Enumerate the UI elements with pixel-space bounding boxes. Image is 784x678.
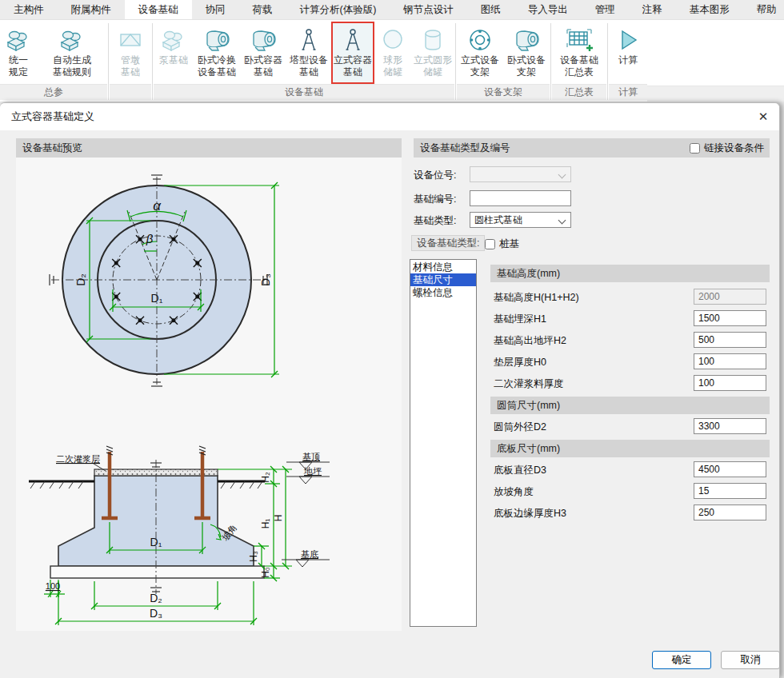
- edge-thickness-input[interactable]: [694, 505, 766, 520]
- button-label: 基础: [121, 66, 140, 78]
- tab-help[interactable]: 帮助: [743, 0, 784, 19]
- param-label: 放坡角度: [494, 485, 534, 499]
- type-section-title: 设备基础类型及编号: [420, 142, 510, 154]
- horizontal-cylinder-icon: [512, 26, 541, 54]
- baseplate-diameter-input[interactable]: [694, 461, 766, 477]
- button-label: 支架: [470, 66, 490, 78]
- chevron-down-icon: [559, 217, 566, 223]
- ribbon-group-equipment-support: 立式设备支架 卧式设备支架 设备支架: [457, 20, 550, 102]
- section-100-label: 100: [46, 581, 60, 591]
- section-h1-label: H₁: [260, 519, 271, 529]
- device-tag-select[interactable]: [470, 166, 571, 182]
- tower-equipment-foundation-button[interactable]: 塔型设备基础: [286, 22, 331, 84]
- group-label-summary: 汇总表: [552, 84, 606, 100]
- height-params-header: 基础高度(mm): [490, 265, 770, 282]
- ribbon-separator: [108, 23, 109, 100]
- button-label: 基础规则: [53, 66, 91, 78]
- sphere-icon: [380, 26, 406, 54]
- tab-attached-member[interactable]: 附属构件: [58, 0, 125, 19]
- button-label: 球形: [383, 54, 402, 66]
- base-type-chip: 设备基础类型:: [411, 235, 485, 251]
- button-label: 立式容器: [334, 54, 372, 66]
- link-device-condition-checkbox[interactable]: 链接设备条件: [690, 142, 764, 155]
- list-item-bolt-info[interactable]: 螺栓信息: [410, 286, 476, 299]
- cancel-button[interactable]: 取消: [721, 651, 780, 669]
- foundation-type-value: 圆柱式基础: [474, 213, 522, 227]
- plan-d3-label: D₃: [259, 273, 272, 286]
- blocks-3d-icon: [58, 26, 86, 54]
- horizontal-heat-exchanger-foundation-button[interactable]: 卧式冷换设备基础: [194, 22, 240, 84]
- group-label-equipment-foundation: 设备基础: [154, 84, 454, 100]
- pile-foundation-label: 桩基: [499, 237, 519, 251]
- tab-basic-shapes[interactable]: 基本图形: [676, 0, 743, 19]
- calculate-button[interactable]: 计算: [609, 22, 647, 84]
- vertical-round-tank-button: 立式圆形储罐: [411, 22, 454, 84]
- grout-thickness-input[interactable]: [694, 375, 766, 391]
- tab-steel-joint[interactable]: 钢节点设计: [390, 0, 467, 19]
- foundation-summary-table-button[interactable]: 设备基础汇总表: [552, 22, 606, 84]
- pile-foundation-checkbox[interactable]: 桩基: [485, 237, 519, 251]
- button-label: 卧式设备: [507, 54, 546, 66]
- list-item-foundation-size[interactable]: 基础尺寸: [410, 273, 476, 286]
- param-label: 底板边缘厚度H3: [494, 507, 566, 520]
- list-item-material-info[interactable]: 材料信息: [410, 261, 476, 273]
- horizontal-cylinder-icon: [202, 26, 231, 54]
- height-above-grade-input[interactable]: [694, 332, 766, 348]
- dialog-title-bar: 立式容器基础定义 ✕: [0, 103, 779, 130]
- foundation-type-select[interactable]: 圆柱式基础: [470, 212, 571, 228]
- pier-foundation-icon: [117, 26, 144, 54]
- button-label: 规定: [9, 66, 28, 78]
- spherical-tank-button: 球形储罐: [374, 22, 411, 84]
- ok-button[interactable]: 确定: [652, 651, 711, 669]
- tab-annotation[interactable]: 注释: [629, 0, 676, 19]
- button-label: 卧式容器: [244, 54, 282, 66]
- unified-rules-button[interactable]: 统一规定: [0, 22, 37, 84]
- ribbon-group-calculate: 计算 计算: [609, 20, 647, 102]
- horizontal-cylinder-icon: [249, 26, 278, 54]
- button-label: 立式设备: [461, 54, 499, 66]
- plan-d2-label: D₂: [74, 273, 87, 286]
- grout-layer-label: 二次灌浆层: [56, 454, 100, 464]
- vertical-vessel-foundation-button[interactable]: 立式容器基础: [331, 22, 374, 84]
- plan-d1-label: D₁: [151, 292, 163, 305]
- foundation-number-input[interactable]: [470, 190, 571, 206]
- ribbon-separator: [455, 23, 456, 100]
- tab-equipment-foundation[interactable]: 设备基础: [125, 0, 192, 19]
- link-device-condition-box[interactable]: [690, 143, 700, 154]
- vertical-cylinder-icon: [420, 26, 446, 54]
- dialog-body: 设备基础预览: [0, 130, 779, 678]
- tab-collaboration[interactable]: 协同: [192, 0, 239, 19]
- slope-angle-input[interactable]: [694, 483, 766, 499]
- horizontal-vessel-foundation-button[interactable]: 卧式容器基础: [240, 22, 286, 84]
- horizontal-equipment-support-button[interactable]: 卧式设备支架: [503, 22, 550, 84]
- ribbon-group-summary: 设备基础汇总表 汇总表: [552, 20, 606, 102]
- preview-section-header: 设备基础预览: [16, 138, 402, 158]
- menu-bar: 主构件 附属构件 设备基础 协同 荷载 计算分析(体验版) 钢节点设计 图纸 导…: [0, 0, 784, 20]
- group-label-calculate: 计算: [609, 84, 647, 100]
- tab-manage[interactable]: 管理: [582, 0, 629, 19]
- button-label: 设备基础: [560, 54, 598, 66]
- section-view-drawing: 二次灌浆层 坡角: [16, 444, 402, 640]
- ribbon-group-general: 统一规定 自动生成基础规则 总参: [0, 20, 107, 102]
- section-h0-label: H₀: [260, 567, 271, 578]
- param-label: 基础高度H(H1+H2): [494, 291, 579, 305]
- pile-foundation-box[interactable]: [485, 239, 495, 249]
- param-label: 底板直径D3: [494, 464, 546, 477]
- group-label-general: 总参: [0, 84, 107, 100]
- auto-generate-rules-button[interactable]: 自动生成基础规则: [37, 22, 107, 84]
- close-icon[interactable]: ✕: [747, 103, 779, 130]
- bedding-thickness-input[interactable]: [694, 353, 766, 369]
- tab-drawings[interactable]: 图纸: [467, 0, 514, 19]
- vertical-equipment-support-button[interactable]: 立式设备支架: [457, 22, 503, 84]
- param-label: 基础高出地坪H2: [494, 334, 566, 348]
- cylinder-outer-diameter-input[interactable]: [694, 418, 766, 434]
- button-label: 管墩: [121, 54, 140, 66]
- tab-load[interactable]: 荷载: [239, 0, 286, 19]
- button-label: 塔型设备: [290, 54, 328, 66]
- tab-import-export[interactable]: 导入导出: [514, 0, 582, 19]
- button-label: 卧式冷换: [198, 54, 236, 66]
- tab-main-member[interactable]: 主构件: [0, 0, 58, 19]
- section-d3-label: D₃: [150, 607, 162, 620]
- burial-depth-input[interactable]: [694, 310, 766, 326]
- tab-calc-analysis[interactable]: 计算分析(体验版): [286, 0, 390, 19]
